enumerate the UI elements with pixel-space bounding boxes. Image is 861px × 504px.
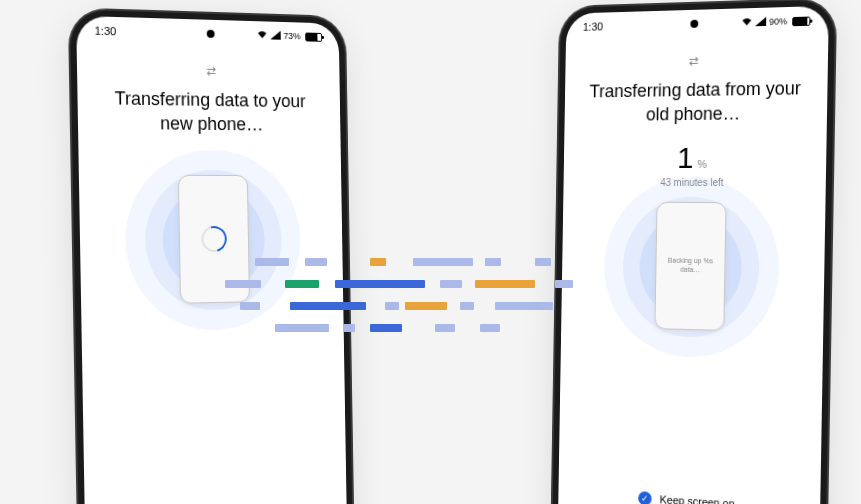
signal-icon [755,16,766,27]
battery-fill [793,17,808,25]
stream-segment [413,258,473,266]
percent-symbol: % [697,158,707,170]
spinner-icon [197,221,231,256]
device-preview [178,174,250,305]
stream-segment [485,258,501,266]
transfer-icon: ⇄ [582,51,810,70]
stream-segment [343,324,355,332]
stream-segment [385,302,399,310]
keep-screen-toggle[interactable]: ✓ Keep screen on [558,487,820,504]
mini-phone: Backing up %s data… [654,201,726,330]
stream-segment [495,302,553,310]
status-icons: 90% [741,15,810,28]
percent-value: 1 [677,141,694,175]
stream-segment [480,324,500,332]
page-title: Transferring data from your old phone… [581,76,809,128]
signal-icon [270,30,281,41]
device-preview: Backing up %s data… [654,201,726,332]
stream-segment [405,302,447,310]
backup-status-text: Backing up %s data… [656,257,724,275]
page-title: Transferring data to your new phone… [96,86,324,138]
camera-notch [207,30,215,38]
stream-segment [370,258,386,266]
stream-segment [440,280,462,288]
battery-percent: 90% [769,16,787,27]
progress-percent: 1 % [580,140,808,175]
screen-content: ⇄ Transferring data to your new phone… [77,40,344,307]
keep-screen-label: Keep screen on [660,493,735,504]
phone-sending: 1:30 73% ⇄ Transferring data to your new… [76,16,347,504]
status-time: 1:30 [583,20,603,32]
stream-segment [460,302,474,310]
bottom-controls: ✓ Keep screen on Stop [558,487,820,504]
stream-segment [335,280,425,288]
status-icons: 73% [257,30,322,43]
wifi-icon [257,30,268,41]
battery-fill [306,33,317,40]
wifi-icon [741,17,752,28]
stream-segment [435,324,455,332]
transfer-icon: ⇄ [95,61,323,80]
stream-segment [370,324,402,332]
stream-segment [475,280,535,288]
battery-icon [305,32,322,41]
mini-phone [178,174,250,303]
battery-percent: 73% [283,31,300,41]
phone-receiving: 1:30 90% ⇄ Transferring data from your o… [558,6,829,504]
check-icon: ✓ [639,491,653,504]
status-time: 1:30 [95,25,117,38]
screen-content: ⇄ Transferring data from your old phone…… [561,30,828,335]
stream-segment [535,258,551,266]
battery-icon [792,16,810,26]
